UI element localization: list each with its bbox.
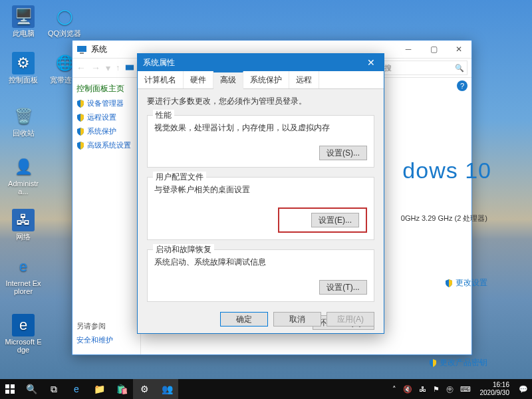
sidebar-link-protection[interactable]: 系统保护 <box>76 126 136 136</box>
group-user-profiles: 用户配置文件 与登录帐户相关的桌面设置 设置(E)... <box>147 177 374 240</box>
nav-forward-icon[interactable]: → <box>91 63 100 73</box>
shield-icon <box>76 100 84 108</box>
startup-settings-button[interactable]: 设置(T)... <box>319 280 367 295</box>
desktop-icon-network[interactable]: 🖧网络 <box>4 209 43 241</box>
windows-logo-icon <box>5 384 15 394</box>
nav-dropdown-icon[interactable]: ▾ <box>106 63 110 73</box>
group-performance-desc: 视觉效果，处理器计划，内存使用，以及虚拟内存 <box>154 122 367 134</box>
see-also-link[interactable]: 安全和维护 <box>76 335 113 345</box>
desktop-icon-administrator[interactable]: 👤Administra... <box>4 156 43 196</box>
maximize-button[interactable]: ▢ <box>421 41 446 58</box>
taskbar-search[interactable]: 🔍 <box>20 379 43 399</box>
tray-ime-icon[interactable]: ㊥ <box>445 384 455 394</box>
dialog-tabs: 计算机名 硬件 高级 系统保护 远程 <box>138 71 384 89</box>
taskbar-app[interactable]: 👥 <box>156 379 178 399</box>
sidebar-link-remote[interactable]: 远程设置 <box>76 112 136 122</box>
group-performance: 性能 视觉效果，处理器计划，内存使用，以及虚拟内存 设置(S)... <box>147 115 374 168</box>
sidebar-link-device-manager[interactable]: 设备管理器 <box>76 98 136 108</box>
svg-rect-1 <box>80 53 84 54</box>
tray-notifications-icon[interactable]: 💬 <box>517 385 529 394</box>
dialog-titlebar[interactable]: 系统属性 ✕ <box>138 54 384 71</box>
shield-icon <box>76 128 84 136</box>
group-boot-desc: 系统启动、系统故障和调试信息 <box>154 257 367 268</box>
desktop-icon-recycle-bin[interactable]: 🗑️回收站 <box>4 105 43 137</box>
desktop-icon-control-panel[interactable]: ⚙控制面板 <box>4 52 43 84</box>
taskbar-store[interactable]: 🛍️ <box>110 379 133 399</box>
taskbar-explorer[interactable]: 📁 <box>88 379 110 399</box>
shield-icon <box>76 114 84 122</box>
nav-up-icon[interactable]: ↑ <box>116 63 120 72</box>
group-user-desc: 与登录帐户相关的桌面设置 <box>154 184 367 196</box>
tray-clock[interactable]: 16:16 2020/9/30 <box>476 381 514 397</box>
tray-flag-icon[interactable]: ⚑ <box>432 385 441 394</box>
system-properties-dialog: 系统属性 ✕ 计算机名 硬件 高级 系统保护 远程 要进行大多数更改，您必须作为… <box>137 53 384 334</box>
minimize-button[interactable]: ─ <box>396 41 421 58</box>
dialog-close-button[interactable]: ✕ <box>358 54 384 71</box>
admin-notice: 要进行大多数更改，您必须作为管理员登录。 <box>147 96 374 107</box>
svg-rect-0 <box>77 46 86 52</box>
group-startup-recovery: 启动和故障恢复 系统启动、系统故障和调试信息 设置(T)... <box>147 249 374 302</box>
dialog-title: 系统属性 <box>143 57 175 68</box>
search-icon: 🔍 <box>455 64 464 72</box>
tab-remote[interactable]: 远程 <box>289 71 319 88</box>
close-button[interactable]: ✕ <box>446 41 471 58</box>
performance-settings-button[interactable]: 设置(S)... <box>319 146 367 160</box>
group-performance-label: 性能 <box>153 110 174 121</box>
svg-rect-3 <box>5 384 9 388</box>
shield-icon <box>445 279 453 287</box>
sidebar: 控制面板主页 设备管理器 远程设置 系统保护 高级系统设置 另请参阅 安全和维护 <box>72 78 141 354</box>
change-product-key-link[interactable]: 更改产品密钥 <box>429 357 487 368</box>
sidebar-title: 控制面板主页 <box>76 83 136 94</box>
desktop-icon-this-pc[interactable]: 🖥️此电脑 <box>4 5 43 37</box>
apply-button[interactable]: 应用(A) <box>327 312 374 327</box>
highlight-box: 设置(E)... <box>278 207 367 233</box>
group-user-label: 用户配置文件 <box>153 172 206 183</box>
taskbar-edge[interactable]: e <box>65 379 88 399</box>
see-also: 另请参阅 安全和维护 <box>76 321 113 345</box>
advanced-pane: 要进行大多数更改，您必须作为管理员登录。 性能 视觉效果，处理器计划，内存使用，… <box>138 89 384 318</box>
tray-time-text: 16:16 <box>493 381 509 389</box>
system-icon <box>76 44 87 55</box>
taskbar-taskview[interactable]: ⧉ <box>43 379 65 399</box>
help-icon[interactable]: ? <box>457 80 467 91</box>
tray-volume-icon[interactable]: 🔇 <box>402 385 414 394</box>
tab-protection[interactable]: 系统保护 <box>243 71 289 88</box>
cancel-button[interactable]: 取消 <box>273 312 321 327</box>
taskbar: 🔍 ⧉ e 📁 🛍️ ⚙ 👥 ˄ 🔇 🖧 ⚑ ㊥ ⌨ 16:16 2020/9/… <box>0 379 532 399</box>
change-settings-link[interactable]: 更改设置 <box>445 277 487 289</box>
computer-icon <box>125 63 134 72</box>
tab-computer-name[interactable]: 计算机名 <box>138 71 184 88</box>
desktop-icon-qq-browser[interactable]: ◯QQ浏览器 <box>45 5 84 37</box>
group-boot-label: 启动和故障恢复 <box>153 244 214 255</box>
windows-brand-text: dows 10 <box>402 158 491 184</box>
tray-date-text: 2020/9/30 <box>480 389 510 397</box>
tray-chevron-up-icon[interactable]: ˄ <box>391 385 398 394</box>
tab-hardware[interactable]: 硬件 <box>184 71 213 88</box>
taskbar-control-panel[interactable]: ⚙ <box>133 379 156 399</box>
svg-rect-4 <box>11 384 15 388</box>
system-tray: ˄ 🔇 🖧 ⚑ ㊥ ⌨ 16:16 2020/9/30 💬 <box>388 381 533 397</box>
svg-rect-5 <box>5 390 9 394</box>
desktop-icon-edge[interactable]: eMicrosoft Edge <box>4 314 43 354</box>
shield-icon <box>76 142 84 150</box>
shield-icon <box>429 359 437 367</box>
desktop: 🖥️此电脑 ◯QQ浏览器 ⚙控制面板 🌐宽带连接 🗑️回收站 👤Administ… <box>0 0 532 399</box>
nav-back-icon[interactable]: ← <box>76 63 86 73</box>
start-button[interactable] <box>0 379 20 399</box>
ok-button[interactable]: 确定 <box>220 312 268 327</box>
dialog-footer: 确定 取消 应用(A) <box>220 312 374 327</box>
tray-network-icon[interactable]: 🖧 <box>418 385 428 393</box>
cpu-spec-text: 0GHz 3.29 GHz (2 处理器) <box>401 213 487 223</box>
tray-keyboard-icon[interactable]: ⌨ <box>459 385 472 394</box>
user-profiles-settings-button[interactable]: 设置(E)... <box>311 213 359 227</box>
sidebar-link-advanced[interactable]: 高级系统设置 <box>76 140 136 150</box>
desktop-icon-ie[interactable]: eInternet Explorer <box>4 255 43 295</box>
svg-rect-2 <box>126 65 134 70</box>
svg-rect-6 <box>11 390 15 394</box>
tab-advanced[interactable]: 高级 <box>213 71 243 89</box>
search-input[interactable]: 搜🔍 <box>381 61 467 75</box>
